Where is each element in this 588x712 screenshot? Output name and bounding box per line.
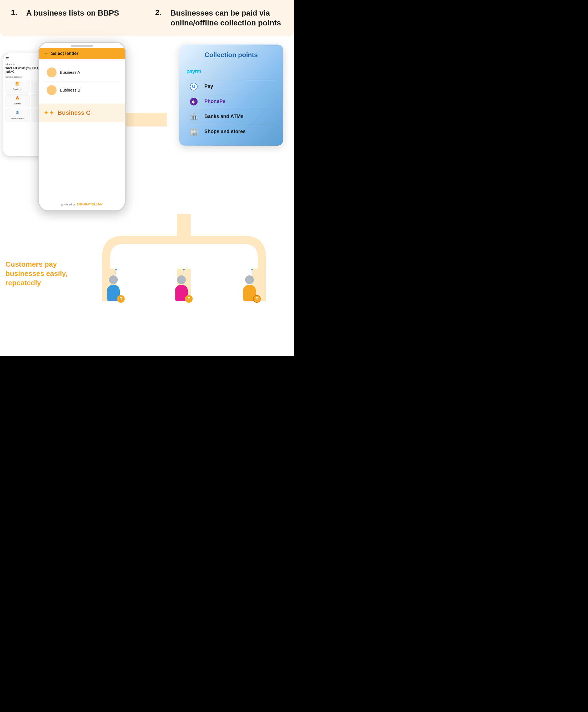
rupee-badge-1: ₹	[117, 295, 125, 303]
customer-1-group: ↑ ₹	[107, 266, 125, 301]
shops-name: Shops and stores	[204, 129, 246, 134]
step2-text: Businesses can be paid via online/offlin…	[170, 8, 283, 28]
lender-a-avatar	[47, 67, 57, 77]
customer-2-figure: ₹	[175, 275, 193, 301]
customer-3-head	[245, 275, 254, 284]
step1-number: 1.	[11, 8, 22, 17]
loan-icon: 🏦	[7, 111, 28, 114]
gpay-name: Pay	[204, 84, 213, 89]
step1-text: A business lists on BBPS	[26, 8, 119, 18]
shops-item: 🏢 Shops and stores	[187, 124, 275, 139]
content-area: ☰ powered by B Hi, Asha! What bill would…	[0, 36, 294, 337]
bank-logo: 🏛️	[187, 112, 201, 121]
google-g-icon: G	[190, 83, 197, 90]
lender-business-a[interactable]: Business A	[43, 64, 121, 81]
phone-footer: powered by B BHARAT BILLPAY	[39, 203, 125, 206]
rupee-badge-2: ₹	[185, 295, 193, 303]
store-icon: 🏢	[189, 127, 198, 136]
loan-label: Loan repayment	[10, 117, 24, 119]
select-lender-title: Select lender	[51, 51, 79, 56]
paytm-logo-text: paytm	[186, 68, 201, 75]
rupee-badge-3: ₹	[253, 295, 261, 303]
phonepe-icon: ф	[190, 98, 197, 105]
cat-broadband[interactable]: 📶 Broadband	[5, 80, 29, 93]
arrow-up-1: ↑	[114, 266, 118, 275]
gpay-logo: G	[187, 83, 201, 91]
phonepe-name: PhonePe	[204, 99, 226, 104]
wifi-icon: 📶	[7, 82, 28, 85]
back-arrow-icon[interactable]: ←	[43, 51, 48, 57]
store-logo: 🏢	[187, 128, 201, 136]
customer-2-head	[177, 275, 186, 284]
phone-notch	[71, 45, 93, 47]
paytm-item: paytm	[187, 64, 275, 79]
bottom-caption: Customers pay businesses easily, repeate…	[5, 260, 87, 288]
lender-b-name: Business B	[60, 88, 80, 92]
business-c-pattern-icon: ✦✦	[43, 109, 55, 117]
svg-rect-0	[177, 214, 191, 236]
phonepe-logo: ф	[187, 98, 201, 106]
bank-icon: 🏛️	[189, 112, 198, 121]
customer-3-figure: ₹	[243, 275, 261, 301]
step-2: 2. Businesses can be paid via online/off…	[155, 8, 283, 28]
cat-loan[interactable]: 🏦 Loan repayment	[5, 109, 29, 122]
paytm-logo: paytm	[187, 67, 201, 76]
collection-points-card: Collection points paytm G Pay ф PhonePe	[179, 44, 283, 146]
customer-3-group: ↑ ₹	[243, 266, 261, 301]
header-section: 1. A business lists on BBPS 2. Businesse…	[0, 0, 294, 36]
step-1: 1. A business lists on BBPS	[11, 8, 139, 28]
bottom-caption-text: Customers pay businesses easily, repeate…	[5, 260, 67, 287]
customer-1-head	[109, 275, 118, 284]
cat-gas[interactable]: 🔥 Gas bill	[5, 94, 29, 107]
business-c-name: Business C	[58, 109, 90, 117]
banks-item: 🏛️ Banks and ATMs	[187, 109, 275, 124]
bharat-billpay-logo: B BHARAT BILLPAY	[77, 203, 103, 206]
lender-list: Business A Business B	[39, 59, 125, 104]
lender-a-name: Business A	[60, 70, 80, 75]
gpay-item: G Pay	[187, 79, 275, 94]
phone-header-bar: ← Select lender	[39, 48, 125, 59]
lender-b-avatar	[47, 85, 57, 95]
phonepe-item: ф PhonePe	[187, 94, 275, 109]
broadband-label: Broadband	[13, 88, 22, 90]
step2-number: 2.	[155, 8, 166, 17]
gas-icon: 🔥	[7, 96, 28, 100]
phone-main-mockup: ← Select lender Business A Business B ✦✦…	[38, 42, 126, 211]
powered-by-label: powered by	[61, 203, 76, 206]
gas-label: Gas bill	[14, 103, 21, 105]
customer-2-group: ↑ ₹	[175, 266, 193, 301]
main-container: 1. A business lists on BBPS 2. Businesse…	[0, 0, 294, 356]
lender-business-c-selected[interactable]: ✦✦ Business C	[39, 104, 125, 122]
banks-name: Banks and ATMs	[204, 114, 244, 119]
collection-points-title: Collection points	[187, 51, 275, 59]
arrow-up-3: ↑	[250, 266, 254, 275]
lender-business-b[interactable]: Business B	[43, 81, 121, 99]
customer-1-figure: ₹	[107, 275, 125, 301]
arch-diagram: ↑ ₹ ↑	[82, 214, 286, 323]
arrow-up-2: ↑	[182, 266, 186, 275]
hamburger-icon: ☰	[5, 57, 9, 61]
